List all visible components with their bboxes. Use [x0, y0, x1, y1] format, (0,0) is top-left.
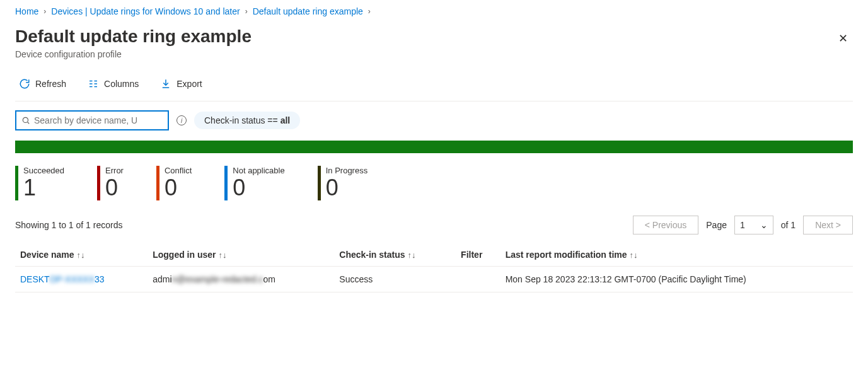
- col-checkin-status[interactable]: Check-in status↑↓: [334, 243, 456, 267]
- stat-label: In Progress: [326, 166, 367, 175]
- breadcrumb-home[interactable]: Home: [15, 6, 38, 16]
- refresh-button[interactable]: Refresh: [15, 76, 70, 92]
- stat-value: 0: [165, 175, 192, 200]
- col-logged-in-user[interactable]: Logged in user↑↓: [148, 243, 334, 267]
- cell-modification-time: Mon Sep 18 2023 22:13:12 GMT-0700 (Pacif…: [501, 266, 853, 292]
- page-of-text: of 1: [781, 220, 796, 230]
- stat-color-bar: [97, 166, 100, 200]
- svg-point-6: [23, 117, 28, 122]
- stat-value: 0: [233, 175, 284, 200]
- filter-pill-checkin-status[interactable]: Check-in status == all: [194, 112, 300, 129]
- stat-color-bar: [318, 166, 321, 200]
- stat-color-bar: [15, 166, 18, 200]
- page-select[interactable]: 1 ⌄: [734, 216, 773, 234]
- sort-icon: ↑↓: [219, 250, 227, 260]
- search-input-wrapper[interactable]: [15, 110, 169, 130]
- export-button[interactable]: Export: [156, 76, 205, 92]
- breadcrumb-devices[interactable]: Devices | Update rings for Windows 10 an…: [51, 6, 240, 16]
- col-modification-time[interactable]: Last report modification time↑↓: [501, 243, 853, 267]
- stat-value: 0: [105, 175, 124, 200]
- table-row: DESKTOP-XXXXX33 admin@example-redacted.c…: [15, 266, 853, 292]
- stat-label: Succeeded: [23, 166, 64, 175]
- stat-color-bar: [156, 166, 159, 200]
- pagination: < Previous Page 1 ⌄ of 1 Next >: [633, 216, 853, 234]
- export-label: Export: [176, 79, 202, 89]
- stat-value: 0: [326, 175, 367, 200]
- export-icon: [160, 78, 171, 90]
- col-filter[interactable]: Filter: [456, 243, 501, 267]
- filter-pill-prefix: Check-in status ==: [204, 115, 281, 125]
- cell-filter: [456, 266, 501, 292]
- cell-device-name[interactable]: DESKTOP-XXXXX33: [15, 266, 148, 292]
- chevron-right-icon: ›: [368, 7, 371, 16]
- search-icon: [21, 116, 30, 125]
- previous-button[interactable]: < Previous: [633, 216, 699, 234]
- chevron-right-icon: ›: [245, 7, 248, 16]
- filter-pill-value: all: [281, 115, 291, 125]
- chevron-down-icon: ⌄: [760, 220, 768, 230]
- sort-icon: ↑↓: [77, 250, 85, 260]
- info-icon[interactable]: i: [176, 115, 187, 125]
- stat-tile-not-applicable[interactable]: Not applicable 0: [224, 166, 284, 200]
- records-summary: Showing 1 to 1 of 1 records: [15, 220, 122, 230]
- stat-value: 1: [23, 175, 64, 200]
- breadcrumb: Home › Devices | Update rings for Window…: [15, 6, 853, 16]
- page-title: Default update ring example: [15, 26, 252, 47]
- stat-color-bar: [224, 166, 228, 200]
- close-button[interactable]: ✕: [833, 26, 853, 50]
- page-value: 1: [740, 220, 745, 230]
- page-label: Page: [706, 220, 727, 230]
- refresh-label: Refresh: [35, 79, 66, 89]
- next-button[interactable]: Next >: [803, 216, 853, 234]
- page-subtitle: Device configuration profile: [15, 49, 252, 59]
- sort-icon: ↑↓: [408, 250, 416, 260]
- results-table: Device name↑↓ Logged in user↑↓ Check-in …: [15, 243, 853, 292]
- stat-label: Error: [105, 166, 124, 175]
- status-progress-bar: [15, 141, 853, 153]
- svg-line-7: [27, 122, 29, 124]
- stat-tile-in-progress[interactable]: In Progress 0: [318, 166, 367, 200]
- close-icon: ✕: [838, 32, 848, 45]
- breadcrumb-current[interactable]: Default update ring example: [253, 6, 363, 16]
- stat-tile-succeeded[interactable]: Succeeded 1: [15, 166, 64, 200]
- columns-label: Columns: [104, 79, 139, 89]
- col-device-name[interactable]: Device name↑↓: [15, 243, 148, 267]
- search-input[interactable]: [34, 115, 163, 125]
- cell-logged-in-user: admin@example-redacted.com: [148, 266, 334, 292]
- refresh-icon: [19, 78, 30, 90]
- stats-row: Succeeded 1 Error 0 Conflict 0 Not appli…: [15, 166, 853, 200]
- stat-tile-error[interactable]: Error 0: [97, 166, 124, 200]
- stat-label: Not applicable: [233, 166, 284, 175]
- chevron-right-icon: ›: [43, 7, 46, 16]
- sort-icon: ↑↓: [630, 250, 638, 260]
- columns-icon: [88, 78, 99, 90]
- cell-checkin-status: Success: [334, 266, 456, 292]
- stat-tile-conflict[interactable]: Conflict 0: [156, 166, 192, 200]
- columns-button[interactable]: Columns: [84, 76, 142, 92]
- stat-label: Conflict: [165, 166, 192, 175]
- toolbar: Refresh Columns Export: [15, 71, 853, 101]
